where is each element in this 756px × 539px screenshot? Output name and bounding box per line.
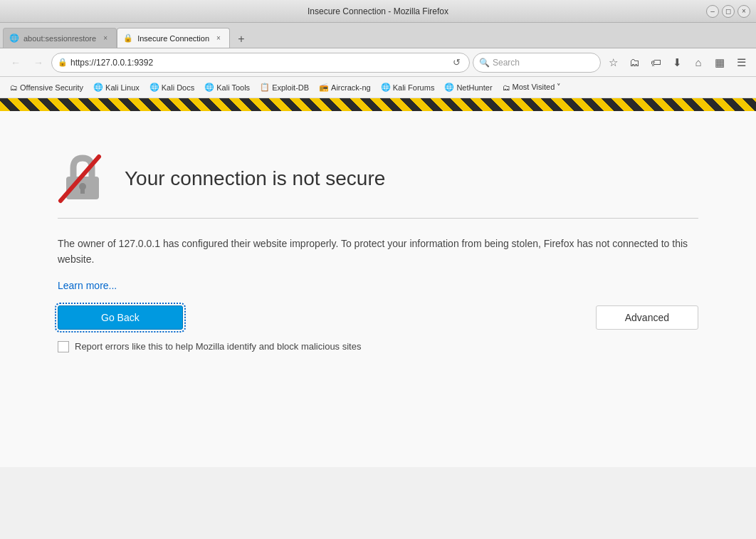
bookmark-exploit-db-icon: 📋 [260,83,270,92]
insecure-lock-icon [58,154,107,204]
warning-stripe [0,98,756,111]
bookmark-aircrack-ng[interactable]: 📻 Aircrack-ng [315,81,375,93]
go-back-button[interactable]: Go Back [58,305,183,330]
menu-button[interactable]: ☰ [732,53,750,72]
bookmark-offensive-security-label: Offensive Security [20,83,83,92]
new-tab-button[interactable]: + [233,31,250,48]
address-text: https://127.0.0.1:9392 [70,58,446,68]
learn-more-link[interactable]: Learn more... [58,280,117,291]
report-checkbox[interactable] [58,341,69,352]
forward-button[interactable]: → [28,53,48,73]
home-button[interactable]: ⌂ [689,53,708,72]
tab-session[interactable]: 🌐 about:sessionrestore × [3,28,117,48]
bookmark-aircrack-ng-icon: 📻 [319,83,329,92]
bookmark-most-visited[interactable]: 🗂 Most Visited ˅ [498,81,566,93]
button-row: Go Back Advanced [58,305,698,330]
bookmark-exploit-db[interactable]: 📋 Exploit-DB [256,81,313,93]
tab-bar: 🌐 about:sessionrestore × 🔒 Insecure Conn… [0,23,756,48]
bookmark-kali-forums[interactable]: 🌐 Kali Forums [377,81,439,93]
maximize-button[interactable]: ◻ [722,5,735,18]
container-button[interactable]: 🗂 [625,53,644,72]
search-icon: 🔍 [479,58,490,68]
pocket-button[interactable]: 🏷 [646,53,665,72]
tab-insecure-favicon: 🔒 [123,33,133,43]
report-label[interactable]: Report errors like this to help Mozilla … [75,341,361,352]
bookmark-kali-tools-icon: 🌐 [204,83,214,92]
bookmark-exploit-db-label: Exploit-DB [272,83,309,92]
search-placeholder: Search [493,58,520,68]
report-checkbox-row: Report errors like this to help Mozilla … [58,341,698,352]
error-description: The owner of 127.0.0.1 has configured th… [58,236,698,268]
main-content: Your connection is not secure The owner … [0,111,756,467]
title-bar: Insecure Connection - Mozilla Firefox – … [0,0,756,23]
bookmark-offensive-security[interactable]: 🗂 Offensive Security [6,82,88,93]
address-bar[interactable]: 🔒 https://127.0.0.1:9392 ↺ [51,53,470,73]
bookmark-kali-docs[interactable]: 🌐 Kali Docs [145,81,199,93]
close-button[interactable]: × [737,5,750,18]
bookmark-kali-forums-icon: 🌐 [381,83,391,92]
bookmark-kali-linux-icon: 🌐 [93,83,103,92]
bookmark-nethunter-label: NetHunter [456,83,492,92]
nav-bar: ← → 🔒 https://127.0.0.1:9392 ↺ 🔍 Search … [0,48,756,77]
bookmark-kali-linux[interactable]: 🌐 Kali Linux [89,81,144,93]
tab-insecure-close[interactable]: × [214,33,224,43]
tab-session-favicon: 🌐 [9,33,19,43]
address-lock-icon: 🔒 [58,58,68,67]
window-controls: – ◻ × [706,5,750,18]
bookmark-kali-tools-label: Kali Tools [216,83,250,92]
bookmark-kali-tools[interactable]: 🌐 Kali Tools [200,81,254,93]
advanced-button[interactable]: Advanced [596,305,698,330]
bookmark-kali-forums-label: Kali Forums [393,83,435,92]
bookmarks-bar: 🗂 Offensive Security 🌐 Kali Linux 🌐 Kali… [0,77,756,98]
bookmark-kali-docs-icon: 🌐 [149,83,159,92]
error-title: Your connection is not secure [125,167,385,190]
svg-rect-2 [80,188,85,194]
tab-insecure-label: Insecure Connection [137,34,209,43]
tab-insecure[interactable]: 🔒 Insecure Connection × [117,28,230,48]
download-button[interactable]: ⬇ [668,53,686,72]
error-container: Your connection is not secure The owner … [58,140,698,367]
bookmark-offensive-security-icon: 🗂 [10,83,18,92]
bookmark-kali-linux-label: Kali Linux [105,83,140,92]
window-title: Insecure Connection - Mozilla Firefox [308,6,448,16]
bookmark-star-button[interactable]: ☆ [604,53,622,72]
lock-svg [58,154,107,204]
error-header: Your connection is not secure [58,154,698,219]
bookmark-nethunter[interactable]: 🌐 NetHunter [440,81,496,93]
bookmark-aircrack-ng-label: Aircrack-ng [331,83,371,92]
search-bar[interactable]: 🔍 Search [473,53,601,73]
bookmark-kali-docs-label: Kali Docs [162,83,194,92]
sidebar-button[interactable]: ▦ [710,53,729,72]
back-button[interactable]: ← [6,53,26,73]
minimize-button[interactable]: – [706,5,719,18]
nav-icons: ☆ 🗂 🏷 ⬇ ⌂ ▦ ☰ [604,53,750,72]
reload-button[interactable]: ↺ [449,56,463,70]
tab-session-close[interactable]: × [100,33,110,43]
bookmark-most-visited-icon: 🗂 [503,83,510,92]
tab-session-label: about:sessionrestore [23,34,96,43]
bookmark-nethunter-icon: 🌐 [444,83,454,92]
bookmark-most-visited-label: Most Visited ˅ [513,83,562,92]
